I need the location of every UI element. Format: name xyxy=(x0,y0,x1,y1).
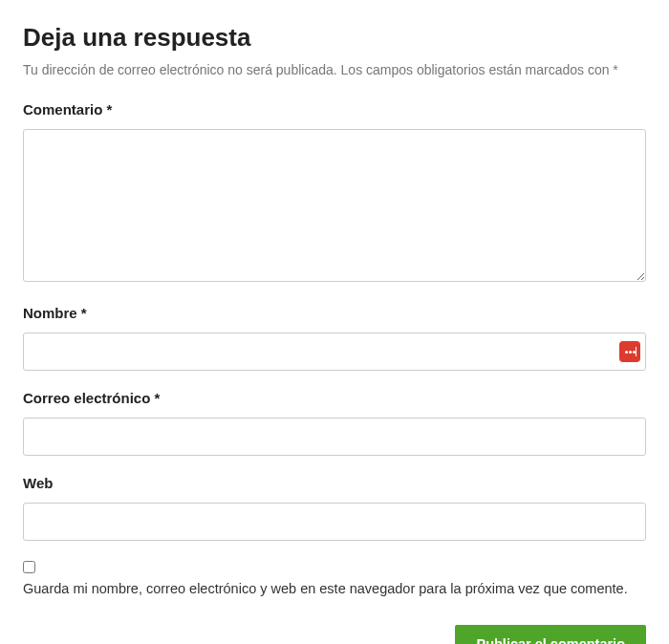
save-info-label: Guarda mi nombre, correo electrónico y w… xyxy=(23,579,646,600)
web-input[interactable] xyxy=(23,503,646,541)
name-input[interactable] xyxy=(23,333,646,371)
form-subtitle: Tu dirección de correo electrónico no se… xyxy=(23,60,646,80)
submit-button[interactable]: Publicar el comentario xyxy=(455,625,646,644)
name-label: Nombre * xyxy=(23,305,646,321)
form-title: Deja una respuesta xyxy=(23,23,646,53)
password-manager-icon[interactable] xyxy=(619,341,640,362)
web-label: Web xyxy=(23,475,646,491)
save-info-checkbox[interactable] xyxy=(23,561,35,573)
email-input[interactable] xyxy=(23,418,646,456)
comment-textarea[interactable] xyxy=(23,129,646,282)
comment-label: Comentario * xyxy=(23,101,646,118)
email-label: Correo electrónico * xyxy=(23,390,646,406)
